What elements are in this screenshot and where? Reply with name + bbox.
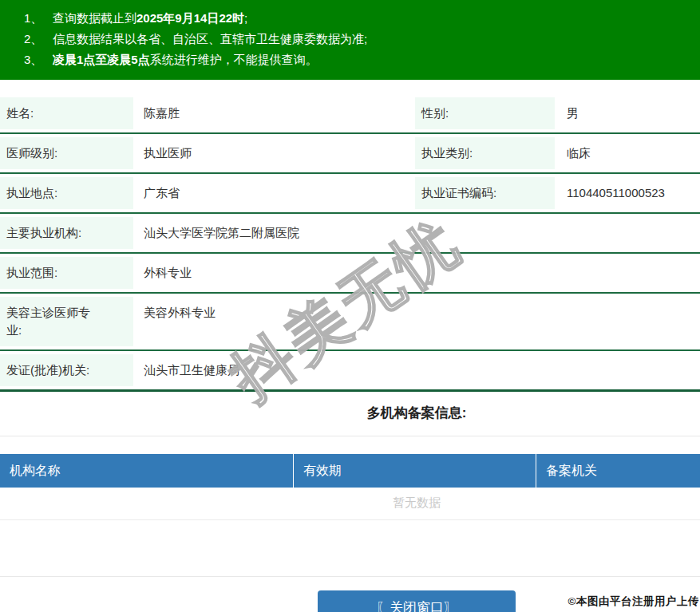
table-row: 医师级别: 执业医师 执业类别: 临床 [0, 134, 700, 174]
notice-line-3: 3、凌晨1点至凌晨5点系统进行维护，不能提供查询。 [24, 49, 700, 70]
table-row: 发证(批准)机关: 汕头市卫生健康局 [0, 351, 700, 389]
field-label-name: 姓名: [0, 94, 133, 132]
field-value-practice-category: 临床 [555, 134, 700, 172]
notice-text: 信息数据结果以各省、自治区、直辖市卫生健康委数据为准; [53, 32, 367, 45]
field-value-cosmetic-specialty: 美容外科专业 [133, 294, 700, 349]
table-row: 执业范围: 外科专业 [0, 254, 700, 294]
field-value-doctor-level: 执业医师 [133, 134, 415, 172]
notice-number: 2、 [24, 29, 53, 49]
doctor-info-table: 姓名: 陈嘉胜 性别: 男 医师级别: 执业医师 执业类别: 临床 执业地点: … [0, 94, 700, 392]
notice-text-bold: 2025年9月14日22时 [136, 11, 244, 25]
table-row: 姓名: 陈嘉胜 性别: 男 [0, 94, 700, 134]
field-label-issuing-authority: 发证(批准)机关: [0, 351, 133, 389]
notice-text-bold: 凌晨1点至凌晨5点 [53, 53, 150, 66]
notice-banner: 1、查询数据截止到2025年9月14日22时; 2、信息数据结果以各省、自治区、… [0, 0, 700, 80]
copyright-notice: ©本图由平台注册用户上传 [568, 594, 699, 609]
query-result-page: 1、查询数据截止到2025年9月14日22时; 2、信息数据结果以各省、自治区、… [0, 0, 700, 612]
field-label-cosmetic-specialty: 美容主诊医师专业: [0, 294, 133, 349]
field-label-gender: 性别: [415, 94, 555, 132]
close-window-button[interactable]: 〖关闭窗口〗 [318, 590, 516, 612]
notice-text: 系统进行维护，不能提供查询。 [150, 53, 318, 66]
field-value-name: 陈嘉胜 [133, 94, 415, 132]
field-value-main-institution: 汕头大学医学院第二附属医院 [133, 214, 700, 252]
field-label-practice-location: 执业地点: [0, 174, 133, 212]
table-row: 主要执业机构: 汕头大学医学院第二附属医院 [0, 214, 700, 254]
field-value-issuing-authority: 汕头市卫生健康局 [133, 351, 700, 389]
notice-number: 1、 [24, 8, 53, 29]
notice-line-2: 2、信息数据结果以各省、自治区、直辖市卫生健康委数据为准; [24, 29, 700, 49]
field-label-practice-scope: 执业范围: [0, 254, 133, 292]
field-label-doctor-level: 医师级别: [0, 134, 133, 172]
field-value-practice-location: 广东省 [133, 174, 415, 212]
column-header-validity-period: 有效期 [294, 454, 536, 488]
notice-number: 3、 [24, 49, 53, 70]
notice-line-1: 1、查询数据截止到2025年9月14日22时; [24, 8, 700, 29]
notice-text: 查询数据截止到 [53, 11, 136, 25]
column-header-filing-authority: 备案机关 [536, 454, 700, 488]
field-value-practice-scope: 外科专业 [133, 254, 700, 292]
divider [0, 576, 700, 577]
field-value-gender: 男 [555, 94, 700, 132]
table-row: 美容主诊医师专业: 美容外科专业 [0, 294, 700, 351]
column-header-institution-name: 机构名称 [0, 454, 294, 488]
multi-org-section-title: 多机构备案信息: [0, 392, 700, 436]
field-value-certificate-number: 110440511000523 [555, 174, 700, 212]
field-label-certificate-number: 执业证书编码: [415, 174, 555, 212]
table-row: 执业地点: 广东省 执业证书编码: 110440511000523 [0, 174, 700, 214]
field-label-main-institution: 主要执业机构: [0, 214, 133, 252]
multi-org-table-header: 机构名称 有效期 备案机关 [0, 454, 700, 488]
field-label-practice-category: 执业类别: [415, 134, 555, 172]
empty-data-message: 暂无数据 [0, 488, 700, 520]
notice-text: ; [244, 11, 247, 25]
